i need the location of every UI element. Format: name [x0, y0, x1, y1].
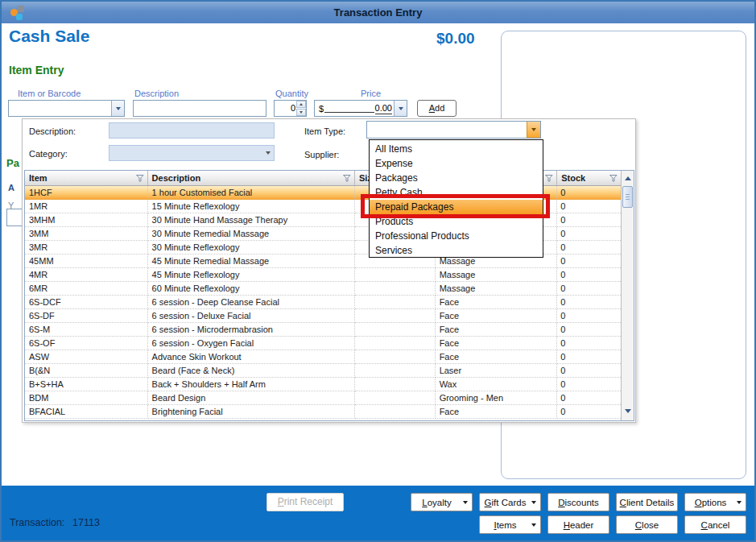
column-header-description[interactable]: Description [148, 171, 355, 186]
table-row[interactable]: BFACIALBrightening FacialFace0 [25, 405, 621, 419]
item-or-barcode-dropdown-button[interactable] [111, 101, 124, 116]
cell-item: B+S+HA [25, 378, 148, 391]
item-type-option-professional-products[interactable]: Professional Products [370, 229, 543, 243]
price-value: 0.00 [375, 103, 392, 114]
cell-item: 6S-DCF [25, 296, 148, 309]
cell-item: 1HCF [25, 186, 148, 200]
cell-size [355, 391, 436, 405]
discounts-button[interactable]: Discounts [547, 493, 609, 511]
quantity-label: Quantity [275, 89, 308, 98]
scroll-up-button[interactable] [622, 172, 633, 184]
chevron-down-icon[interactable] [463, 501, 468, 504]
filter-icon[interactable] [136, 175, 144, 182]
filter-description-label: Description: [29, 126, 76, 136]
column-header-item[interactable]: Item [25, 171, 148, 186]
price-input[interactable]: $ 0.00 [314, 100, 407, 117]
quantity-up-button[interactable] [296, 101, 306, 108]
item-type-option-packages[interactable]: Packages [370, 171, 543, 185]
chevron-down-icon[interactable] [531, 501, 536, 504]
table-row[interactable]: 6S-DF6 session - Deluxe FacialFace0 [25, 309, 621, 323]
cell-item: 3MHM [25, 213, 148, 227]
cell-size [355, 323, 436, 337]
cell-category: Face [436, 405, 558, 419]
description-input[interactable] [133, 100, 266, 117]
table-row[interactable]: B(&NBeard (Face & Neck)Laser0 [25, 364, 621, 378]
chevron-down-icon [266, 151, 271, 155]
item-type-option-products[interactable]: Products [370, 214, 543, 229]
table-row[interactable]: 4MR45 Minute ReflexologyMassage0 [25, 268, 621, 282]
close-button[interactable]: Close [616, 515, 678, 534]
price-dropdown-button[interactable] [394, 101, 407, 116]
cell-size [355, 268, 436, 282]
quantity-stepper[interactable]: 0 [274, 100, 307, 117]
table-row[interactable]: ASWAdvance Skin WorkoutFace0 [25, 350, 621, 364]
footer-buttons-row1: LoyaltyGift CardsDiscountsClient Details… [411, 493, 746, 511]
loyalty-button[interactable]: Loyalty [411, 493, 473, 511]
filter-description-field[interactable] [109, 124, 274, 139]
chevron-down-icon [531, 128, 536, 131]
transaction-entry-window: Transaction Entry Cash Sale $0.00 Item E… [0, 0, 756, 542]
cell-size [355, 309, 436, 323]
obscured-label-a: A [8, 183, 22, 192]
quantity-spin-buttons [296, 101, 306, 116]
cell-item: 3MR [25, 241, 148, 254]
item-entry-section-title: Item Entry [9, 64, 64, 77]
item-type-option-services[interactable]: Services [370, 243, 543, 258]
cell-size [355, 337, 436, 350]
cell-stock: 0 [557, 337, 621, 350]
item-type-option-prepaid-packages[interactable]: Prepaid Packages [370, 200, 543, 214]
cell-description: 1 hour Customised Facial [148, 186, 355, 200]
table-row[interactable]: BDMBeard DesignGrooming - Men0 [25, 391, 621, 405]
client-details-button[interactable]: Client Details [616, 493, 678, 511]
vertical-scrollbar[interactable] [621, 171, 634, 420]
print-receipt-button[interactable]: Print Receipt [266, 493, 344, 511]
page-title: Cash Sale [9, 27, 89, 46]
scrollbar-thumb[interactable] [622, 186, 633, 208]
cell-stock: 0 [557, 241, 621, 254]
options-button[interactable]: Options [684, 493, 746, 511]
filter-category-combobox[interactable] [109, 145, 275, 161]
cell-stock: 0 [557, 364, 621, 378]
cancel-button[interactable]: Cancel [684, 515, 746, 534]
item-type-option-petty-cash[interactable]: Petty Cash [370, 185, 543, 200]
title-bar: Transaction Entry [2, 2, 754, 23]
filter-icon[interactable] [545, 175, 553, 182]
cell-size [355, 364, 436, 378]
filter-icon[interactable] [343, 175, 351, 182]
cell-size [355, 282, 436, 296]
item-type-combobox[interactable] [366, 121, 541, 139]
item-type-dropdown-button[interactable] [527, 122, 540, 138]
cell-category: Grooming - Men [436, 391, 558, 405]
column-header-stock[interactable]: Stock [557, 171, 621, 186]
item-type-option-all-items[interactable]: All Items [370, 142, 543, 156]
add-button[interactable]: Add [417, 100, 456, 117]
description-input-field[interactable] [134, 101, 266, 116]
chevron-down-icon[interactable] [737, 501, 742, 504]
table-row[interactable]: 6S-DCF6 session - Deep Cleanse FacialFac… [25, 296, 621, 309]
quantity-down-button[interactable] [296, 109, 306, 116]
filter-description-input[interactable] [109, 122, 275, 139]
item-or-barcode-combobox[interactable] [8, 100, 125, 117]
chevron-down-icon[interactable] [531, 523, 536, 527]
gift-cards-button[interactable]: Gift Cards [479, 493, 541, 511]
table-row[interactable]: 6MR60 Minute ReflexologyMassage0 [25, 282, 621, 296]
cell-stock: 0 [557, 391, 621, 405]
cell-description: Beard (Face & Neck) [148, 364, 355, 378]
item-type-label: Item Type: [304, 126, 345, 136]
cell-stock: 0 [557, 323, 621, 337]
table-row[interactable]: 6S-M6 session - MicrodermabrasionFace0 [25, 323, 621, 337]
price-currency: $ [319, 104, 324, 114]
items-button[interactable]: Items [479, 515, 541, 534]
table-row[interactable]: 6S-OF6 session - Oxygen FacialFace0 [25, 337, 621, 350]
header-button[interactable]: Header [547, 515, 609, 534]
scroll-down-button[interactable] [622, 405, 633, 417]
filter-icon[interactable] [609, 175, 618, 182]
cell-item: B(&N [25, 364, 148, 378]
item-type-option-expense[interactable]: Expense [370, 156, 543, 171]
cell-stock: 0 [557, 309, 621, 323]
table-row[interactable]: B+S+HABack + Shoulders + Half ArmWax0 [25, 378, 621, 391]
cell-category: Massage [436, 268, 558, 282]
cell-category: Face [436, 337, 558, 350]
chevron-up-icon [300, 103, 303, 106]
cell-description: 15 Minute Reflexology [148, 200, 355, 213]
